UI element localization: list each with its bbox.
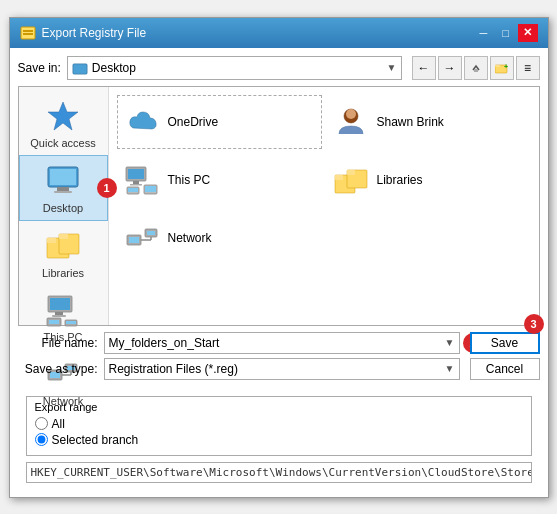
- save-in-combo[interactable]: Desktop ▼: [67, 56, 402, 80]
- export-range-title: Export range: [35, 401, 523, 413]
- svg-rect-5: [73, 64, 87, 74]
- file-name-combo[interactable]: My_folders_on_Start ▼ 2: [104, 332, 460, 354]
- network-content-icon: [124, 220, 160, 256]
- annotation-1: 1: [97, 178, 117, 198]
- maximize-button[interactable]: □: [496, 24, 516, 42]
- back-button[interactable]: ←: [412, 56, 436, 80]
- action-buttons: 3 Save Cancel: [470, 332, 540, 380]
- svg-rect-48: [129, 237, 139, 243]
- annotation-3: 3: [524, 314, 544, 334]
- content-item-user[interactable]: Shawn Brink: [326, 95, 531, 149]
- sidebar-item-desktop[interactable]: Desktop 1: [19, 155, 108, 221]
- thispc-content-icon: [124, 162, 160, 198]
- svg-rect-42: [145, 186, 156, 192]
- svg-rect-12: [50, 169, 76, 185]
- content-item-libraries-label: Libraries: [377, 173, 423, 187]
- file-name-arrow: ▼: [445, 337, 455, 348]
- save-as-type-label: Save as type:: [18, 362, 98, 376]
- svg-rect-14: [54, 191, 72, 193]
- svg-rect-22: [52, 315, 66, 317]
- svg-marker-10: [48, 102, 78, 130]
- libraries-content-icon: [333, 162, 369, 198]
- user-icon: [333, 104, 369, 140]
- file-name-label: File name:: [18, 336, 98, 350]
- up-icon: [470, 62, 482, 74]
- svg-rect-6: [474, 69, 478, 72]
- save-in-arrow: ▼: [387, 62, 397, 73]
- selected-branch-radio[interactable]: [35, 433, 48, 446]
- all-radio-label: All: [52, 417, 65, 431]
- close-button[interactable]: ✕: [518, 24, 538, 42]
- main-area: Quick access Desktop: [18, 86, 540, 326]
- svg-rect-24: [49, 320, 59, 324]
- content-item-user-label: Shawn Brink: [377, 115, 444, 129]
- content-item-onedrive-label: OneDrive: [168, 115, 219, 129]
- view-button[interactable]: ≡: [516, 56, 540, 80]
- new-folder-button[interactable]: +: [490, 56, 514, 80]
- title-bar-left: Export Registry File: [20, 25, 147, 41]
- all-radio[interactable]: [35, 417, 48, 430]
- svg-rect-44: [335, 175, 343, 180]
- sidebar-item-desktop-label: Desktop: [43, 202, 83, 214]
- svg-rect-36: [128, 169, 144, 179]
- sidebar-item-libraries[interactable]: Libraries: [19, 221, 108, 285]
- folder-icon: [72, 60, 88, 76]
- content-area: OneDrive Shawn Brink: [109, 87, 539, 325]
- svg-rect-50: [147, 231, 155, 235]
- title-controls: ─ □ ✕: [474, 24, 538, 42]
- svg-rect-1: [23, 30, 33, 32]
- forward-button[interactable]: →: [438, 56, 462, 80]
- content-item-thispc[interactable]: This PC: [117, 153, 322, 207]
- save-as-type-combo[interactable]: Registration Files (*.reg) ▼: [104, 358, 460, 380]
- dialog-title: Export Registry File: [42, 26, 147, 40]
- onedrive-icon: [124, 104, 160, 140]
- title-bar: Export Registry File ─ □ ✕: [10, 18, 548, 48]
- svg-point-34: [346, 109, 356, 119]
- save-in-value: Desktop: [92, 61, 383, 75]
- save-as-type-arrow: ▼: [445, 363, 455, 374]
- toolbar-buttons: ← → + ≡: [412, 56, 540, 80]
- sidebar-item-quickaccess[interactable]: Quick access: [19, 91, 108, 155]
- svg-rect-2: [23, 33, 33, 35]
- quick-access-icon: [44, 97, 82, 135]
- content-item-thispc-label: This PC: [168, 173, 211, 187]
- save-button[interactable]: Save: [470, 332, 540, 354]
- svg-rect-37: [133, 181, 139, 184]
- svg-rect-38: [130, 184, 142, 186]
- svg-rect-21: [55, 312, 63, 315]
- sidebar: Quick access Desktop: [19, 87, 109, 325]
- selected-branch-radio-row[interactable]: Selected branch: [35, 433, 523, 447]
- save-as-type-row: Save as type: Registration Files (*.reg)…: [18, 358, 460, 380]
- content-item-network[interactable]: Network: [117, 211, 322, 265]
- save-in-row: Save in: Desktop ▼ ← →: [18, 56, 540, 80]
- content-item-network-label: Network: [168, 231, 212, 245]
- file-name-row: File name: My_folders_on_Start ▼ 2: [18, 332, 460, 354]
- save-as-type-value: Registration Files (*.reg): [109, 362, 441, 376]
- libraries-icon: [44, 227, 82, 265]
- svg-rect-20: [50, 298, 70, 310]
- desktop-icon: [44, 162, 82, 200]
- file-name-value: My_folders_on_Start: [109, 336, 441, 350]
- thispc-icon: [44, 291, 82, 329]
- all-radio-row[interactable]: All: [35, 417, 523, 431]
- dialog-body: Save in: Desktop ▼ ← →: [10, 48, 548, 497]
- selected-branch-radio-label: Selected branch: [52, 433, 139, 447]
- svg-rect-18: [59, 234, 68, 239]
- sidebar-item-libraries-label: Libraries: [42, 267, 84, 279]
- form-fields: File name: My_folders_on_Start ▼ 2 Save …: [18, 332, 460, 384]
- svg-rect-16: [47, 238, 56, 243]
- export-registry-dialog: Export Registry File ─ □ ✕ Save in: Desk…: [9, 17, 549, 498]
- content-item-libraries[interactable]: Libraries: [326, 153, 531, 207]
- minimize-button[interactable]: ─: [474, 24, 494, 42]
- form-rows: File name: My_folders_on_Start ▼ 2 Save …: [18, 326, 540, 390]
- svg-rect-26: [66, 321, 76, 324]
- svg-rect-40: [128, 188, 138, 192]
- content-item-onedrive[interactable]: OneDrive: [117, 95, 322, 149]
- svg-rect-8: [495, 65, 500, 67]
- new-folder-icon: +: [495, 62, 509, 74]
- cancel-button[interactable]: Cancel: [470, 358, 540, 380]
- up-button[interactable]: [464, 56, 488, 80]
- svg-rect-46: [347, 170, 355, 175]
- svg-text:+: +: [504, 63, 508, 70]
- registry-icon: [20, 25, 36, 41]
